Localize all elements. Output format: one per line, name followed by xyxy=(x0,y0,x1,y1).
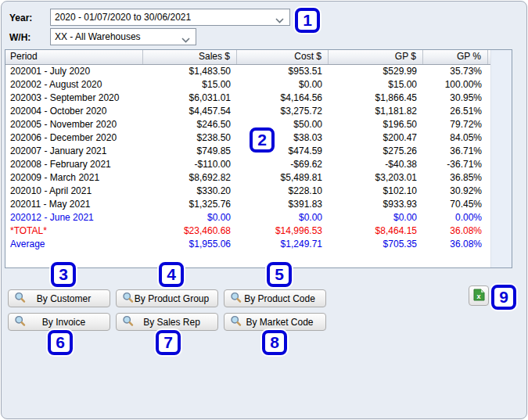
cell-cost: $0.00 xyxy=(237,211,329,224)
cell-period: 202006 - December 2020 xyxy=(5,131,143,145)
by-product-code-button[interactable]: By Product Code xyxy=(224,289,326,307)
cell-cost: $953.51 xyxy=(237,65,329,78)
by-product-group-button[interactable]: By Product Group xyxy=(116,289,218,307)
chevron-down-icon xyxy=(181,34,190,45)
cell-gp_pct: 70.45% xyxy=(423,198,488,211)
button-label: By Customer xyxy=(26,293,110,304)
callout-6: 6 xyxy=(48,330,73,355)
cell-period: 202003 - September 2020 xyxy=(5,92,143,105)
cell-gp: $102.10 xyxy=(329,185,423,198)
cell-gp_pct: 100.00% xyxy=(423,78,488,92)
cell-cost: $14,996.53 xyxy=(237,224,329,238)
cell-sales: $238.50 xyxy=(143,131,237,145)
button-label: By Product Group xyxy=(134,293,217,304)
warehouse-dropdown[interactable]: XX - All Warehouses xyxy=(50,28,196,45)
cell-gp: $8,464.15 xyxy=(329,224,423,238)
cell-gp_pct: 36.08% xyxy=(423,224,488,238)
warehouse-dropdown-value: XX - All Warehouses xyxy=(55,31,196,42)
column-header-sales[interactable]: Sales $ xyxy=(143,50,237,64)
cell-sales: $8,692.82 xyxy=(143,171,237,185)
table-row[interactable]: 202009 - March 2021$8,692.82$5,489.81$3,… xyxy=(5,171,512,185)
magnifier-icon xyxy=(14,315,26,329)
cell-cost: $228.10 xyxy=(237,185,329,198)
cell-gp: $1,181.82 xyxy=(329,105,423,118)
callout-3: 3 xyxy=(51,262,76,287)
button-label: By Product Code xyxy=(242,293,325,304)
cell-cost: $391.83 xyxy=(237,198,329,211)
cell-period: 202008 - February 2021 xyxy=(5,158,143,171)
cell-sales: -$110.00 xyxy=(143,158,237,171)
column-header-gp[interactable]: GP $ xyxy=(329,50,423,64)
column-header-gp-pct[interactable]: GP % xyxy=(423,50,488,64)
cell-sales: $23,460.68 xyxy=(143,224,237,238)
cell-period: 202007 - January 2021 xyxy=(5,145,143,158)
magnifier-icon xyxy=(230,315,242,329)
table-row[interactable]: 202008 - February 2021-$110.00-$69.62-$4… xyxy=(5,158,512,171)
cell-gp_pct: 30.95% xyxy=(423,92,488,105)
cell-gp_pct: 84.05% xyxy=(423,131,488,145)
cell-gp: $0.00 xyxy=(329,211,423,224)
vertical-scrollbar[interactable] xyxy=(490,50,512,267)
button-label: By Invoice xyxy=(26,317,110,328)
warehouse-label: W/H: xyxy=(9,32,31,43)
cell-sales: $4,457.54 xyxy=(143,105,237,118)
button-label: By Sales Rep xyxy=(134,317,217,328)
column-header-cost[interactable]: Cost $ xyxy=(237,50,329,64)
callout-1: 1 xyxy=(295,8,320,33)
table-row[interactable]: 202012 - June 2021$0.00$0.00$0.000.00% xyxy=(5,211,512,224)
chevron-down-icon xyxy=(275,15,284,26)
cell-period: Average xyxy=(5,238,143,251)
table-row[interactable]: 202003 - September 2020$6,031.01$4,164.5… xyxy=(5,92,512,105)
table-row[interactable]: 202001 - July 2020$1,483.50$953.51$529.9… xyxy=(5,65,512,78)
table-row[interactable]: 202010 - April 2021$330.20$228.10$102.10… xyxy=(5,185,512,198)
table-body: 202001 - July 2020$1,483.50$953.51$529.9… xyxy=(5,65,512,251)
cell-gp_pct: 79.72% xyxy=(423,118,488,131)
table-row[interactable]: 202002 - August 2020$15.00$0.00$15.00100… xyxy=(5,78,512,92)
export-to-excel-button[interactable]: x xyxy=(469,285,489,306)
cell-cost: $4,164.56 xyxy=(237,92,329,105)
table-row[interactable]: 202004 - October 2020$4,457.54$3,275.72$… xyxy=(5,105,512,118)
column-header-period[interactable]: Period xyxy=(5,50,143,64)
sales-by-period-table: Period Sales $ Cost $ GP $ GP % 202001 -… xyxy=(5,49,512,268)
magnifier-icon xyxy=(230,292,242,306)
callout-8: 8 xyxy=(262,330,287,355)
cell-period: 202001 - July 2020 xyxy=(5,65,143,78)
cell-gp_pct: 36.71% xyxy=(423,145,488,158)
cell-period: 202004 - October 2020 xyxy=(5,105,143,118)
table-row[interactable]: *TOTAL*$23,460.68$14,996.53$8,464.1536.0… xyxy=(5,224,512,238)
table-row[interactable]: Average$1,955.06$1,249.71$705.3536.08% xyxy=(5,238,512,251)
cell-period: 202002 - August 2020 xyxy=(5,78,143,92)
cell-sales: $1,483.50 xyxy=(143,65,237,78)
cell-gp: $705.35 xyxy=(329,238,423,251)
table-row[interactable]: 202011 - May 2021$1,325.76$391.83$933.93… xyxy=(5,198,512,211)
cell-cost: $1,249.71 xyxy=(237,238,329,251)
cell-sales: $246.50 xyxy=(143,118,237,131)
cell-sales: $1,325.76 xyxy=(143,198,237,211)
cell-gp: $529.99 xyxy=(329,65,423,78)
callout-4: 4 xyxy=(159,262,184,287)
cell-sales: $1,955.06 xyxy=(143,238,237,251)
cell-gp_pct: 36.85% xyxy=(423,171,488,185)
cell-gp: $200.47 xyxy=(329,131,423,145)
cell-sales: $330.20 xyxy=(143,185,237,198)
callout-2: 2 xyxy=(250,127,275,153)
by-sales-rep-button[interactable]: By Sales Rep xyxy=(116,313,218,331)
cell-sales: $749.85 xyxy=(143,145,237,158)
cell-gp: $933.93 xyxy=(329,198,423,211)
cell-cost: $3,275.72 xyxy=(237,105,329,118)
cell-gp_pct: 26.51% xyxy=(423,105,488,118)
magnifier-icon xyxy=(122,315,134,329)
cell-gp: $1,866.45 xyxy=(329,92,423,105)
svg-text:x: x xyxy=(476,292,480,300)
cell-period: 202011 - May 2021 xyxy=(5,198,143,211)
by-market-code-button[interactable]: By Market Code xyxy=(224,313,326,331)
by-invoice-button[interactable]: By Invoice xyxy=(8,313,110,331)
year-dropdown-value: 2020 - 01/07/2020 to 30/06/2021 xyxy=(55,12,289,23)
sales-by-period-screen: { "filters": { "year": { "label": "Year:… xyxy=(0,0,528,420)
year-dropdown[interactable]: 2020 - 01/07/2020 to 30/06/2021 xyxy=(50,9,290,26)
by-customer-button[interactable]: By Customer xyxy=(8,289,110,307)
excel-icon: x xyxy=(473,289,485,303)
cell-gp_pct: 36.08% xyxy=(423,238,488,251)
cell-gp: $3,203.01 xyxy=(329,171,423,185)
cell-sales: $6,031.01 xyxy=(143,92,237,105)
